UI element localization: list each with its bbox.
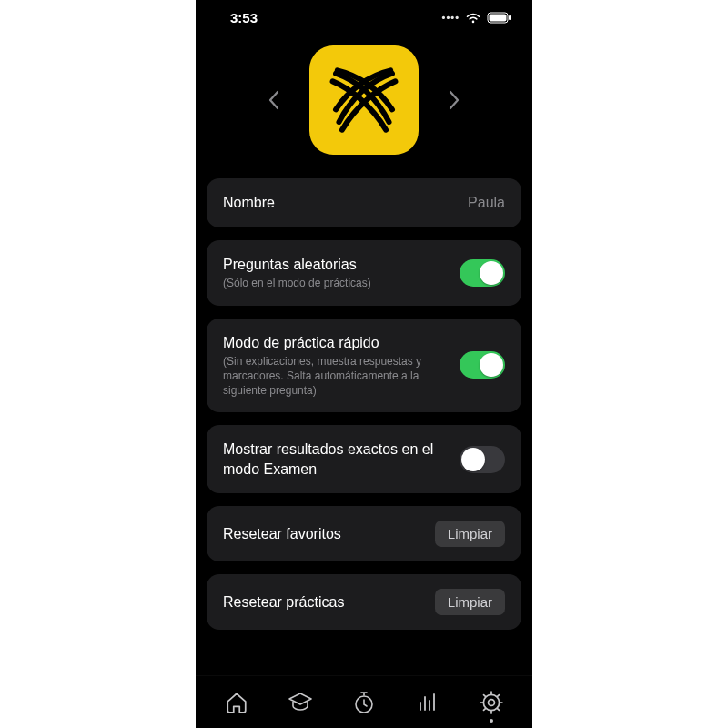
cellular-dots-icon: •••• — [442, 12, 460, 23]
random-questions-toggle[interactable] — [460, 259, 505, 287]
battery-icon — [487, 12, 512, 24]
svg-rect-1 — [490, 14, 507, 21]
chevron-right-icon[interactable] — [444, 90, 464, 110]
tab-settings[interactable] — [479, 690, 504, 715]
tab-study[interactable] — [288, 690, 313, 715]
name-label: Nombre — [223, 193, 455, 213]
tab-home[interactable] — [224, 690, 249, 715]
tab-stats[interactable] — [415, 690, 440, 715]
wifi-icon — [465, 12, 481, 24]
fast-practice-row: Modo de práctica rápido (Sin explicacion… — [207, 318, 521, 412]
tab-bar — [196, 675, 532, 728]
settings-list: Nombre Paula Preguntas aleatorias (Sólo … — [196, 178, 532, 675]
name-value: Paula — [468, 195, 505, 211]
fast-practice-toggle[interactable] — [460, 351, 505, 379]
exact-results-label: Mostrar resultados exactos en el modo Ex… — [223, 440, 447, 479]
reset-favorites-button[interactable]: Limpiar — [435, 521, 505, 547]
name-row[interactable]: Nombre Paula — [207, 178, 521, 228]
reset-practices-row: Resetear prácticas Limpiar — [207, 574, 521, 630]
reset-practices-button[interactable]: Limpiar — [435, 589, 505, 615]
svg-point-5 — [489, 699, 495, 705]
fast-practice-label: Modo de práctica rápido — [223, 333, 447, 353]
chevron-left-icon[interactable] — [264, 90, 284, 110]
reset-practices-label: Resetear prácticas — [223, 592, 422, 612]
app-icon[interactable] — [309, 46, 419, 155]
status-time: 3:53 — [230, 10, 258, 25]
random-questions-label: Preguntas aleatorias — [223, 255, 447, 275]
fast-practice-sub: (Sin explicaciones, muestra respuestas y… — [223, 355, 447, 398]
phone-frame: 3:53 •••• — [196, 0, 532, 728]
reset-favorites-label: Resetear favoritos — [223, 524, 422, 544]
icon-carousel — [196, 35, 532, 178]
svg-rect-2 — [509, 15, 511, 20]
status-right: •••• — [442, 12, 512, 24]
random-questions-row: Preguntas aleatorias (Sólo en el modo de… — [207, 240, 521, 306]
exact-results-row: Mostrar resultados exactos en el modo Ex… — [207, 425, 521, 493]
random-questions-sub: (Sólo en el modo de prácticas) — [223, 277, 447, 291]
tab-timer[interactable] — [351, 690, 377, 715]
reset-favorites-row: Resetear favoritos Limpiar — [207, 506, 521, 561]
status-bar: 3:53 •••• — [196, 0, 532, 35]
exact-results-toggle[interactable] — [460, 446, 505, 473]
